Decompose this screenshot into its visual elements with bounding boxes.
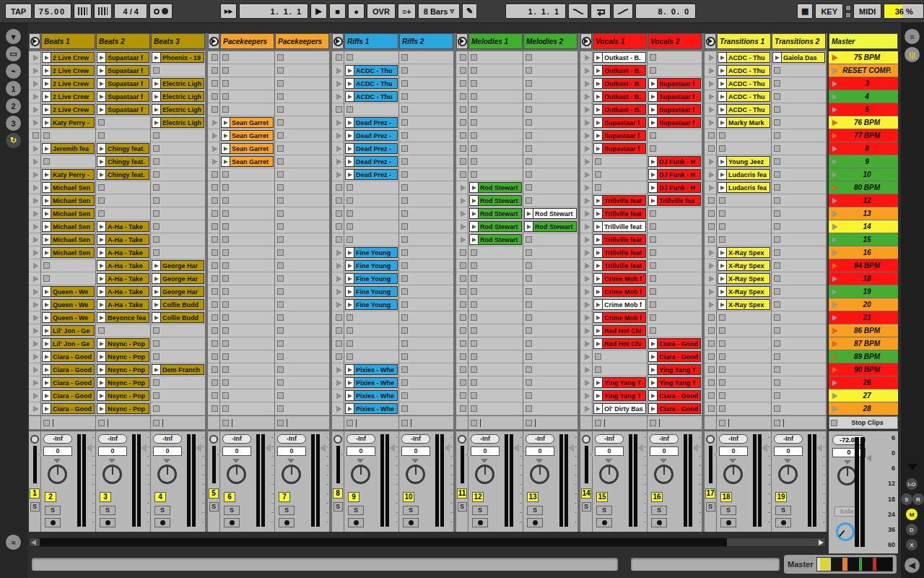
clip-slot[interactable]: Supastaar f (648, 116, 702, 129)
clip[interactable]: Sean Garret (221, 156, 274, 167)
clip-slot[interactable] (468, 389, 523, 402)
group-scene-slot[interactable] (705, 90, 716, 103)
group-solo-button[interactable]: S (582, 502, 591, 512)
clip[interactable]: Outkast - B. (593, 65, 646, 76)
clip-stop-square[interactable] (401, 119, 408, 126)
group-scene-slot[interactable] (456, 233, 468, 246)
file-browser-2-icon[interactable]: 2 (6, 98, 21, 113)
clip-stop-square[interactable] (401, 158, 408, 165)
clip-stop-square[interactable] (277, 223, 284, 230)
clip[interactable]: Gaiola Das (772, 52, 825, 63)
clip[interactable]: Supastaar f (648, 117, 701, 128)
clip-play-button[interactable] (594, 209, 603, 218)
clip-slot[interactable] (96, 129, 150, 142)
clip-stop-square[interactable] (401, 366, 408, 373)
clip-slot[interactable] (648, 207, 702, 220)
clip-stop-square[interactable] (401, 80, 408, 87)
clip[interactable]: Fine Young (345, 247, 398, 258)
clip[interactable]: X-Ray Spex (718, 260, 770, 271)
clip-slot[interactable]: Jeremih fea (41, 142, 95, 155)
file-bars-icon[interactable]: ||| (905, 47, 920, 62)
clip[interactable]: Ciara - Good (42, 364, 95, 375)
arm-record-button[interactable] (45, 518, 61, 527)
group-pan-knob[interactable] (706, 435, 715, 444)
group-scene-slot[interactable] (580, 207, 592, 220)
clip-stop-square[interactable] (774, 366, 780, 373)
clip-slot[interactable] (468, 155, 523, 168)
group-scene-slot[interactable] (29, 259, 40, 272)
clip-slot[interactable] (523, 376, 578, 389)
group-scene-slot[interactable] (29, 77, 40, 90)
clip-slot[interactable] (648, 324, 702, 337)
group-scene-slot[interactable] (705, 155, 716, 168)
clip-slot[interactable]: Rod Stewart (523, 207, 578, 220)
track-activator-button[interactable]: 16 (651, 492, 663, 502)
clip-stop-square[interactable] (774, 93, 780, 100)
clip[interactable]: Ying Yang T (593, 377, 646, 388)
track-header[interactable]: Vocals 1 (593, 33, 647, 49)
clip-slot[interactable]: Pixies - Whe (344, 376, 398, 389)
clip-stop-square[interactable] (650, 262, 656, 269)
clip[interactable]: Jeremih fea (42, 143, 95, 154)
group-scene-slot[interactable] (456, 285, 468, 298)
group-scene-slot[interactable] (208, 220, 219, 233)
clip-slot[interactable] (399, 194, 453, 207)
solo-button[interactable]: S (154, 506, 170, 515)
solo-button[interactable]: S (596, 506, 612, 515)
clip-slot[interactable] (151, 64, 205, 77)
clip-slot[interactable] (220, 77, 274, 90)
clip-stop-square[interactable] (346, 236, 353, 243)
clip-slot[interactable]: A-Ha - Take (96, 220, 150, 233)
group-scene-slot[interactable] (580, 402, 592, 415)
clip-slot[interactable] (468, 285, 523, 298)
clip-slot[interactable]: Chingy feat. (96, 168, 150, 181)
clip-stop-square[interactable] (222, 249, 229, 256)
clip-stop-square[interactable] (277, 340, 284, 347)
clip-play-button[interactable] (470, 196, 479, 205)
clip-play-button[interactable] (43, 170, 51, 179)
clip-stop-square[interactable] (650, 275, 656, 282)
clip-slot[interactable] (717, 324, 771, 337)
clip-slot[interactable]: Sean Garret (220, 142, 274, 155)
follow-button[interactable]: ▸▸ (220, 4, 237, 19)
clip-slot[interactable]: Pixies - Whe (344, 402, 398, 415)
group-scene-slot[interactable] (208, 155, 219, 168)
clip-play-button[interactable] (525, 222, 533, 231)
clip-stop-square[interactable] (222, 93, 229, 100)
clip-play-button[interactable] (594, 53, 603, 62)
clip-slot[interactable] (275, 376, 329, 389)
clip-play-button[interactable] (470, 235, 479, 244)
volume-handle-icon[interactable] (390, 444, 395, 452)
clip-slot[interactable] (399, 363, 453, 376)
clip-stop-square[interactable] (471, 392, 477, 399)
clip-play-button[interactable] (594, 378, 603, 387)
clip-play-button[interactable] (97, 170, 106, 179)
clip-stop-square[interactable] (471, 54, 477, 61)
track-activator-button[interactable]: 15 (596, 492, 608, 502)
clip-slot[interactable] (593, 350, 647, 363)
clip-slot[interactable] (220, 233, 274, 246)
clip-stop-square[interactable] (346, 340, 353, 347)
clip-slot[interactable]: Outkast - B. (593, 64, 647, 77)
clip[interactable]: Supastaar f (97, 52, 149, 63)
clip[interactable]: Queen - We (42, 299, 95, 310)
track-volume-display[interactable]: -Inf (277, 434, 306, 444)
clip-slot[interactable] (468, 103, 523, 116)
group-scene-slot[interactable] (705, 129, 716, 142)
clip-stop-square[interactable] (719, 327, 725, 334)
clip[interactable]: Trillville fea (648, 195, 701, 206)
clip-play-button[interactable] (152, 287, 161, 296)
clip-slot[interactable] (41, 259, 95, 272)
group-pan-knob[interactable] (458, 435, 466, 444)
clip-stop-square[interactable] (774, 210, 780, 217)
clip-stop-square[interactable] (277, 327, 284, 334)
clip-stop-square[interactable] (346, 353, 353, 360)
clip-slot[interactable] (717, 402, 771, 415)
clip-slot[interactable] (523, 168, 578, 181)
clip-stop-square[interactable] (526, 93, 532, 100)
clip-slot[interactable]: Ying Yang T (593, 376, 647, 389)
clip-slot[interactable]: Queen - We (41, 298, 95, 311)
clip-slot[interactable]: Fine Young (344, 298, 398, 311)
group-fold-button[interactable] (456, 33, 468, 49)
clip[interactable]: Trillville feat (593, 247, 646, 258)
